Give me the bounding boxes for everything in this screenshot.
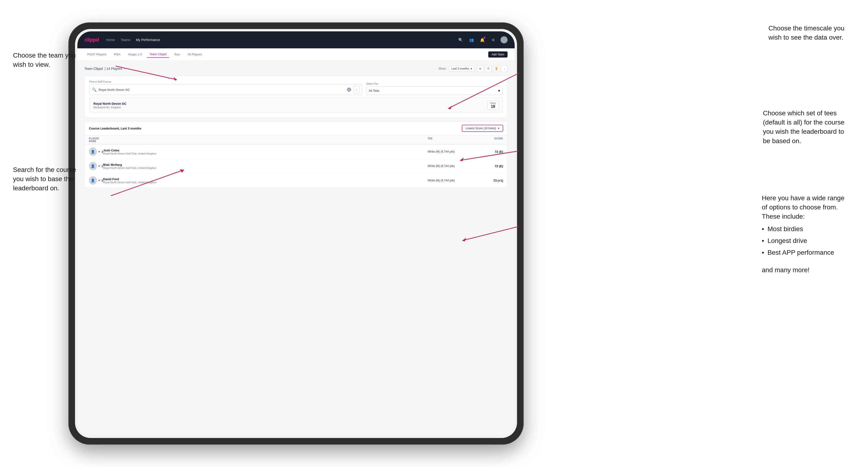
tee-col: White (M) (6,744 yds) (428, 179, 475, 182)
timescale-dropdown[interactable]: Last 3 months ▾ (449, 66, 474, 71)
player-avatar: 👤 (89, 162, 97, 170)
table-row: 👤 ♥ 3 David Ford Royal North Devon Golf … (85, 173, 507, 188)
holes-label: Holes (490, 102, 496, 104)
leaderboard-section: Course Leaderboard, Last 3 months Lowest… (85, 121, 507, 188)
player-club: Royal North Devon Golf Club, United King… (103, 166, 156, 169)
heart-icon[interactable]: ♥ (98, 164, 100, 168)
view-icons: ⊞ ☰ 🏆 ↓ (477, 65, 507, 72)
search-row: Find a Golf Course 🔍 Royal North Devon G… (89, 80, 503, 95)
ipad-inner: clippd Home Teams My Performance 🔍 👥 🔔 ⚙ (75, 29, 517, 438)
tee-value: All Tees (369, 89, 379, 92)
download-icon[interactable]: ↓ (501, 65, 507, 72)
select-tee-col: Select Tee All Tees ▾ (366, 82, 503, 95)
player-info-col: David Ford Royal North Devon Golf Club, … (103, 177, 428, 184)
app-logo: clippd (85, 37, 99, 43)
search-icon[interactable]: 🔍 (457, 36, 464, 43)
heart-icon[interactable]: ♥ (98, 150, 100, 153)
tee-chevron-icon: ▾ (498, 88, 500, 93)
edit-icon[interactable]: ✏ (124, 67, 127, 70)
player-count: | 14 Players (105, 67, 122, 70)
course-search-input-wrapper[interactable]: 🔍 Royal North Devon GC ✕ ☆ (89, 85, 362, 95)
show-label: Show: (438, 67, 446, 70)
option-birdies: Most birdies (762, 223, 844, 235)
leaderboard-title: Course Leaderboard, Last 3 months (89, 127, 142, 130)
sub-nav-team-clippd[interactable]: Team Clippd (147, 51, 169, 58)
favorite-button[interactable]: ☆ (353, 86, 360, 93)
annotation-bottom-left: Search for the courseyou wish to base th… (13, 165, 76, 193)
rank-number: 3 (101, 179, 103, 182)
user-avatar[interactable] (500, 36, 507, 43)
tee-col: White (M) (6,744 yds) (428, 150, 475, 153)
select-tee-label: Select Tee (366, 82, 503, 85)
holes-badge: Holes 18 (487, 101, 499, 110)
chevron-down-icon: ▾ (470, 67, 472, 70)
course-name: Royal North Devon GC (93, 102, 126, 105)
score-col: 72 (E) (475, 150, 503, 154)
sub-nav: PGAT Players PGA Hcaps 1-5 Team Clippd T… (78, 49, 515, 61)
player-rank-col: 👤 ♥ 1 (89, 148, 103, 156)
player-info-col: Blair McHarg Royal North Devon Golf Club… (103, 163, 428, 169)
player-name: Josh Coles (103, 149, 156, 152)
score-col: 72 (E) (475, 164, 503, 168)
table-header: PLAYER NAME TEE SCORE (85, 135, 507, 145)
trophy-icon[interactable]: 🏆 (493, 65, 500, 72)
add-team-button[interactable]: Add Team (488, 52, 507, 58)
timescale-value: Last 3 months (452, 67, 469, 70)
course-info: Royal North Devon GC Westward Ho!, Engla… (93, 102, 126, 109)
heart-icon[interactable]: ♥ (98, 179, 100, 182)
sub-nav-pgat[interactable]: PGAT Players (85, 51, 109, 58)
player-avatar: 👤 (89, 176, 97, 185)
course-location: Westward Ho!, England (93, 106, 126, 109)
ipad-screen: clippd Home Teams My Performance 🔍 👥 🔔 ⚙ (78, 31, 515, 436)
leaderboard-header: Course Leaderboard, Last 3 months Lowest… (85, 121, 507, 135)
and-more: and many more! (762, 266, 844, 275)
option-drive: Longest drive (762, 235, 844, 247)
nav-my-performance[interactable]: My Performance (136, 38, 160, 42)
annotation-top-right: Choose the timescale youwish to see the … (769, 24, 844, 42)
clear-search-button[interactable]: ✕ (347, 88, 351, 92)
table-row: 👤 ♥ 1 Blair McHarg Royal North Devon Gol… (85, 159, 507, 173)
settings-icon[interactable]: ⚙ (490, 36, 497, 43)
nav-links: Home Teams My Performance (106, 38, 457, 42)
list-view-icon[interactable]: ☰ (485, 65, 492, 72)
score-type-dropdown[interactable]: Lowest Score (18 holes) ▾ (462, 125, 503, 132)
team-title: Team Clippd | 14 Players ✏ (85, 67, 127, 70)
team-name: Team Clippd (85, 67, 103, 70)
sub-nav-hcaps[interactable]: Hcaps 1-5 (125, 51, 145, 58)
notification-icon[interactable]: 🔔 (479, 36, 486, 43)
notification-badge (484, 37, 486, 39)
rank-number: 1 (101, 164, 103, 168)
score-type-chevron: ▾ (498, 127, 499, 130)
course-search-value: Royal North Devon GC (99, 88, 345, 92)
ipad-device: clippd Home Teams My Performance 🔍 👥 🔔 ⚙ (68, 22, 524, 445)
grid-view-icon[interactable]: ⊞ (477, 65, 484, 72)
holes-number: 18 (490, 104, 496, 109)
rank-number: 1 (101, 150, 103, 154)
people-icon[interactable]: 👥 (468, 36, 475, 43)
annotation-bottom-right: Here you have a wide rangeof options to … (762, 193, 844, 275)
player-club: Royal North Devon Golf Club, United King… (103, 181, 156, 184)
sub-nav-all-players[interactable]: All Players (185, 51, 205, 58)
nav-bar: clippd Home Teams My Performance 🔍 👥 🔔 ⚙ (78, 31, 515, 49)
col-empty (103, 137, 428, 143)
tee-select-dropdown[interactable]: All Tees ▾ (366, 87, 503, 95)
tee-col: White (M) (6,744 yds) (428, 164, 475, 168)
bottom-right-title: Here you have a wide rangeof options to … (762, 193, 844, 221)
search-icon-input: 🔍 (92, 88, 97, 92)
player-name: Blair McHarg (103, 163, 156, 166)
course-result-row: Royal North Devon GC Westward Ho!, Engla… (89, 98, 503, 113)
col-score-label: SCORE (475, 137, 503, 143)
player-club: Royal North Devon Golf Club, United King… (103, 152, 156, 155)
nav-teams[interactable]: Teams (121, 38, 130, 42)
show-controls: Show: Last 3 months ▾ ⊞ ☰ 🏆 ↓ (438, 65, 507, 72)
player-name: David Ford (103, 177, 156, 181)
main-content: Team Clippd | 14 Players ✏ Show: Last 3 … (78, 61, 515, 436)
option-app: Best APP performance (762, 247, 844, 258)
col-player-label: PLAYER NAME (89, 137, 103, 143)
team-header: Team Clippd | 14 Players ✏ Show: Last 3 … (85, 65, 507, 72)
sub-nav-tour[interactable]: Tour (171, 51, 183, 58)
nav-icons: 🔍 👥 🔔 ⚙ (457, 36, 507, 43)
sub-nav-pga[interactable]: PGA (111, 51, 123, 58)
nav-home[interactable]: Home (106, 38, 115, 42)
col-tee-label: TEE (428, 137, 475, 143)
